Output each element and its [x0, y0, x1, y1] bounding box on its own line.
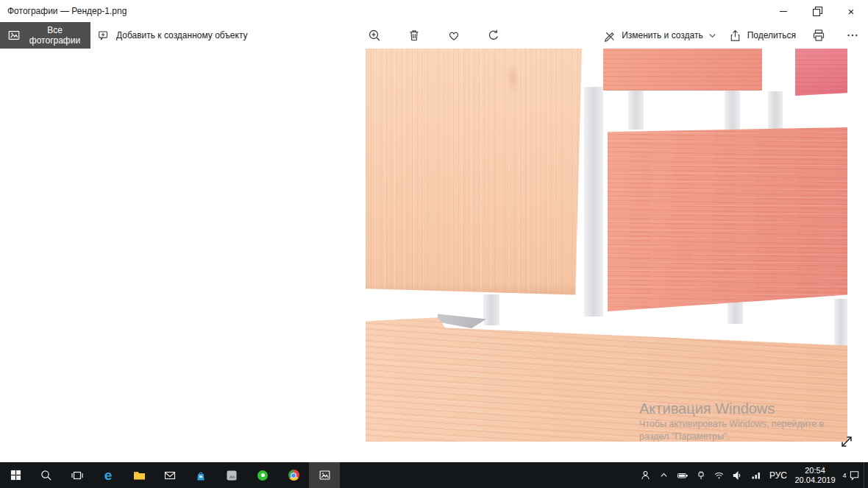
taskbar-app-store[interactable]	[185, 462, 216, 488]
zoom-in-icon	[367, 28, 382, 43]
close-icon: ×	[848, 6, 855, 17]
restore-button[interactable]	[800, 0, 834, 22]
wood-slat-shadow	[628, 90, 644, 130]
taskbar-app-generic[interactable]	[216, 462, 247, 488]
tray-usb-button[interactable]	[691, 462, 710, 488]
fullscreen-toggle-button[interactable]	[836, 431, 857, 452]
wood-slat-shadow	[584, 87, 603, 317]
store-bag-icon	[195, 470, 207, 481]
task-view-icon	[71, 470, 83, 481]
edge-icon: e	[104, 468, 113, 482]
taskbar-app-chrome[interactable]	[278, 462, 309, 488]
wood-slat-shadow	[768, 91, 783, 130]
share-button[interactable]: Поделиться	[728, 22, 796, 49]
taskbar-app-edge[interactable]: e	[93, 462, 124, 488]
close-button[interactable]: ×	[834, 0, 868, 22]
chrome-icon	[288, 470, 299, 481]
favorite-button[interactable]	[443, 24, 465, 46]
toolbar: Все фотографии Добавить к созданному объ…	[0, 22, 868, 49]
notification-badge: 4	[842, 472, 846, 479]
edit-create-label: Изменить и создать	[622, 30, 703, 40]
wood-panel-top-middle	[603, 49, 762, 91]
fullscreen-diagonal-arrow-icon	[839, 434, 855, 450]
add-to-creation-icon	[97, 29, 110, 42]
wood-slat-shadow	[834, 299, 847, 347]
taskbar-search-button[interactable]	[31, 462, 62, 488]
edit-create-icon	[602, 29, 616, 43]
delete-icon	[407, 28, 421, 43]
window-title: Фотографии — Рендер-1.png	[7, 6, 127, 16]
photo-canvas: Активация Windows Чтобы активировать Win…	[0, 49, 868, 462]
folder-icon	[133, 470, 146, 481]
titlebar[interactable]: Фотографии — Рендер-1.png ×	[0, 0, 868, 22]
all-photos-label: Все фотографии	[26, 25, 83, 46]
restore-icon	[813, 7, 822, 15]
photo-image[interactable]: Активация Windows Чтобы активировать Win…	[366, 49, 847, 442]
tray-people-button[interactable]	[636, 462, 655, 488]
usb-icon	[696, 470, 706, 481]
clock-date: 20.04.2019	[794, 475, 835, 485]
wood-slat-shadow	[483, 294, 499, 325]
minimize-button[interactable]	[766, 0, 800, 22]
wood-panel-left	[366, 49, 582, 297]
battery-icon	[677, 470, 689, 481]
green-app-icon	[257, 470, 268, 481]
share-label: Поделиться	[747, 30, 796, 40]
tray-network-button[interactable]	[710, 462, 728, 488]
app-icon	[226, 470, 238, 481]
rotate-button[interactable]	[483, 24, 505, 46]
taskbar-app-photos-active[interactable]	[309, 462, 340, 488]
more-icon	[846, 29, 859, 42]
print-button[interactable]	[808, 24, 830, 46]
more-button[interactable]	[842, 24, 864, 46]
edit-create-button[interactable]: Изменить и создать	[602, 22, 716, 49]
mail-icon	[164, 470, 176, 481]
windows-logo-icon	[10, 470, 21, 481]
add-to-creation-label: Добавить к созданному объекту	[116, 30, 248, 40]
taskbar-app-file-explorer[interactable]	[124, 462, 154, 488]
rotate-icon	[486, 28, 501, 43]
photos-icon	[7, 29, 21, 42]
wood-slat-shadow	[725, 90, 740, 130]
chevron-up-icon	[659, 470, 669, 480]
action-center-button[interactable]: 4	[839, 462, 864, 488]
clock-time: 20:54	[805, 466, 825, 475]
wood-panel-right	[608, 127, 847, 311]
wifi-icon	[714, 470, 725, 480]
start-button[interactable]	[0, 462, 31, 488]
task-view-button[interactable]	[62, 462, 93, 488]
minimize-icon	[780, 11, 787, 12]
window-controls: ×	[766, 0, 868, 22]
taskbar-clock[interactable]: 20:54 20.04.2019	[791, 462, 839, 488]
photos-app-icon	[319, 469, 331, 481]
print-icon	[811, 28, 826, 43]
tray-battery-button[interactable]	[673, 462, 691, 488]
language-indicator[interactable]: РУС	[765, 462, 791, 488]
add-to-creation-button[interactable]: Добавить к созданному объекту	[97, 22, 248, 49]
language-label: РУС	[769, 470, 787, 481]
zoom-button[interactable]	[363, 24, 385, 46]
tray-volume-button[interactable]	[728, 462, 747, 488]
wood-gap-shadow	[438, 306, 486, 328]
photo-tools	[363, 22, 505, 49]
chevron-down-icon	[708, 32, 716, 40]
wood-plank-bottom	[366, 314, 847, 442]
signal-icon	[751, 470, 761, 480]
taskbar-app-mail[interactable]	[154, 462, 185, 488]
search-icon	[40, 470, 52, 481]
taskbar: e	[0, 462, 868, 488]
system-tray: РУС 20:54 20.04.2019 4	[636, 462, 868, 488]
show-desktop-button[interactable]	[864, 462, 868, 488]
action-center-icon	[849, 470, 860, 481]
tray-signal-button[interactable]	[747, 462, 765, 488]
favorite-heart-icon	[447, 28, 461, 43]
tray-hidden-icons-button[interactable]	[655, 462, 673, 488]
taskbar-app-green[interactable]	[247, 462, 278, 488]
wood-panel-top-right	[795, 49, 847, 96]
toolbar-right: Изменить и создать Поделиться	[602, 22, 864, 49]
share-icon	[728, 29, 742, 43]
delete-button[interactable]	[403, 24, 425, 46]
all-photos-button[interactable]: Все фотографии	[0, 22, 90, 49]
people-icon	[640, 470, 651, 481]
speaker-icon	[732, 470, 743, 481]
